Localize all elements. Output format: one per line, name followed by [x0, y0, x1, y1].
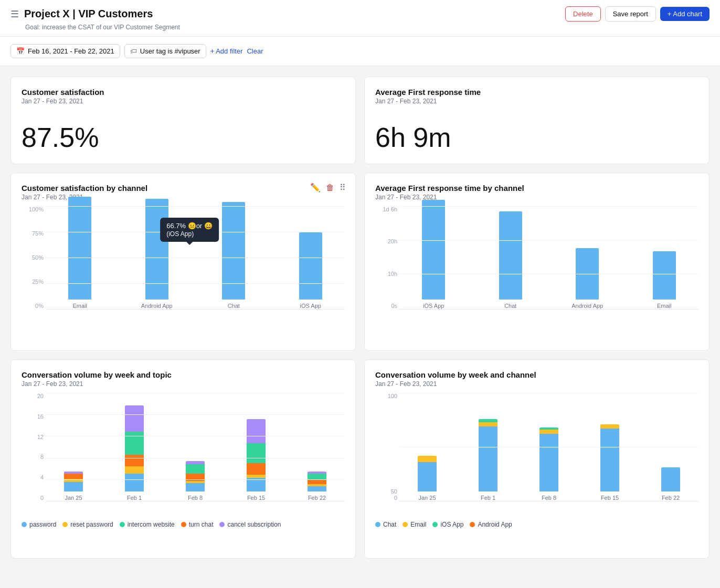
legend-label-turn-chat: turn chat [189, 521, 214, 528]
tag-filter-label: User tag is #vipuser [140, 47, 200, 55]
legend-dot-email [403, 522, 408, 527]
legend-dot-intercom [120, 522, 125, 527]
legend-dot-android [470, 522, 475, 527]
avg-response-channel-title: Average First response time by channel [375, 184, 698, 193]
avg-response-title: Average First response time [375, 88, 698, 97]
save-report-button[interactable]: Save report [605, 6, 656, 22]
csat-title: Customer satisfaction [22, 88, 345, 97]
legend-dot-password [22, 522, 27, 527]
legend-label-ios: iOS App [440, 521, 463, 528]
bar-label-android-resp: Android App [571, 303, 603, 309]
date-range-filter[interactable]: 📅 Feb 16, 2021 - Feb 22, 2021 [10, 44, 120, 58]
csat-channel-title: Customer satisfaction by channel [22, 184, 345, 193]
filters-bar: 📅 Feb 16, 2021 - Feb 22, 2021 🏷 User tag… [0, 37, 720, 66]
delete-button[interactable]: Delete [565, 6, 601, 22]
date-range-label: Feb 16, 2021 - Feb 22, 2021 [28, 47, 114, 55]
legend-label-cancel: cancel subscription [227, 521, 281, 528]
bar-label-email: Email [72, 303, 87, 309]
avg-response-date: Jan 27 - Feb 23, 2021 [375, 98, 698, 105]
bar-chat-resp [499, 211, 522, 300]
stacked-bar-feb22: Feb 22 [289, 472, 345, 501]
bar-group-ios: iOS App [277, 232, 345, 309]
bar-group-android-resp: Android App [553, 248, 622, 309]
legend-dot-cancel [219, 522, 225, 527]
page-title: Project X | VIP Customers [24, 8, 153, 20]
legend-dot-reset [62, 522, 68, 527]
legend-label-password: password [29, 521, 56, 528]
bar-group-android: Android App [123, 199, 192, 309]
bar-ios [299, 232, 322, 300]
conv-topic-title: Conversation volume by week and topic [22, 370, 345, 379]
ch-bar-feb1: Feb 1 [460, 419, 516, 501]
ch-bar-feb8: Feb 8 [521, 427, 577, 501]
ch-bar-jan25: Jan 25 [399, 456, 455, 501]
add-chart-button[interactable]: + Add chart [660, 7, 710, 21]
calendar-icon: 📅 [16, 47, 25, 55]
conv-channel-card: Conversation volume by week and channel … [364, 359, 710, 559]
bar-ios-resp [422, 200, 445, 300]
avg-response-channel-chart: 1d 6h 20h 10h 0s iOS App [375, 206, 698, 322]
bar-label-ios-resp: iOS App [423, 303, 444, 309]
legend-dot-ios [432, 522, 438, 527]
bar-group-ios-resp: iOS App [399, 200, 468, 309]
edit-button[interactable]: ✏️ [309, 181, 322, 194]
chart-tooltip: 66.7% 😐or 😀(iOS App) [160, 218, 219, 242]
legend-dot-chat [375, 522, 380, 527]
add-filter-button[interactable]: + Add filter [210, 47, 243, 55]
bar-email [68, 197, 91, 300]
legend-label-reset: reset password [70, 521, 113, 528]
legend-chat: Chat [375, 521, 396, 528]
tag-filter[interactable]: 🏷 User tag is #vipuser [124, 44, 206, 58]
delete-chart-button[interactable]: 🗑 [325, 181, 335, 194]
conv-channel-title: Conversation volume by week and channel [375, 370, 698, 379]
csat-channel-chart: 66.7% 😐or 😀(iOS App) 100% 75% 50% 25% 0% [22, 206, 345, 322]
csat-date: Jan 27 - Feb 23, 2021 [22, 98, 345, 105]
stacked-bar-feb15: Feb 15 [228, 419, 284, 501]
legend-email: Email [403, 521, 426, 528]
bar-email-resp [653, 251, 676, 300]
bar-label-chat-resp: Chat [504, 303, 516, 309]
legend-android: Android App [470, 521, 512, 528]
stacked-bar-feb1: Feb 1 [107, 405, 162, 501]
menu-icon[interactable]: ☰ [10, 8, 19, 20]
bar-group-email-resp: Email [630, 251, 699, 309]
legend-label-email: Email [410, 521, 426, 528]
legend-label-android: Android App [478, 521, 512, 528]
conv-channel-legend: Chat Email iOS App Android App [375, 521, 698, 528]
bar-chat [222, 202, 245, 300]
conv-topic-card: Conversation volume by week and topic Ja… [10, 359, 356, 559]
csat-card: Customer satisfaction Jan 27 - Feb 23, 2… [10, 77, 356, 164]
conv-topic-date: Jan 27 - Feb 23, 2021 [22, 380, 345, 388]
ch-bar-feb22: Feb 22 [643, 467, 698, 501]
legend-password: password [22, 521, 56, 528]
bar-android-resp [576, 248, 599, 300]
conv-topic-legend: password reset password intercom website… [22, 521, 345, 528]
stacked-bar-jan25: Jan 25 [46, 472, 101, 501]
bar-label-email-resp: Email [657, 303, 672, 309]
csat-by-channel-card: Customer satisfaction by channel Jan 27 … [10, 173, 356, 351]
legend-label-intercom: intercom website [128, 521, 175, 528]
ch-bar-feb15: Feb 15 [582, 424, 638, 501]
clear-button[interactable]: Clear [247, 47, 263, 55]
conv-channel-date: Jan 27 - Feb 23, 2021 [375, 380, 698, 388]
bar-label-ios: iOS App [300, 303, 321, 309]
conv-topic-chart: 20 16 12 8 4 0 [22, 393, 345, 528]
bar-group-chat-resp: Chat [477, 211, 545, 309]
stacked-bar-feb8: Feb 8 [167, 461, 223, 501]
conv-channel-chart: 100 50 0 Jan 25 [375, 393, 698, 528]
csat-value: 87.5% [22, 122, 345, 153]
legend-dot-turn-chat [181, 522, 186, 527]
legend-turn-chat: turn chat [181, 521, 214, 528]
avg-response-value: 6h 9m [375, 122, 698, 153]
tag-icon: 🏷 [130, 47, 137, 55]
more-button[interactable]: ⠿ [338, 181, 347, 194]
legend-label-chat: Chat [383, 521, 396, 528]
page-header: ☰ Project X | VIP Customers Delete Save … [0, 0, 720, 37]
legend-reset-password: reset password [62, 521, 113, 528]
avg-response-channel-card: Average First response time by channel J… [364, 173, 710, 351]
card-actions: ✏️ 🗑 ⠿ [309, 181, 347, 194]
legend-intercom: intercom website [120, 521, 175, 528]
avg-response-card: Average First response time Jan 27 - Feb… [364, 77, 710, 164]
bar-label-android: Android App [141, 303, 173, 309]
main-content: Customer satisfaction Jan 27 - Feb 23, 2… [0, 66, 720, 569]
